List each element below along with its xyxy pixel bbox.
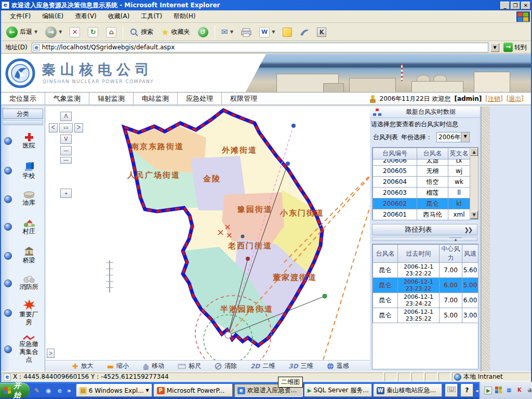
map-clear-button[interactable]: 清除 bbox=[215, 362, 237, 370]
restore-button[interactable]: ❐ bbox=[511, 2, 520, 9]
quick-launch-icon[interactable]: ◉ bbox=[44, 387, 52, 395]
company-logo bbox=[5, 58, 36, 88]
stop-button[interactable]: ✕ bbox=[66, 25, 83, 39]
table-scrollbar[interactable]: ▲ ▼ bbox=[470, 148, 478, 219]
table-row[interactable]: 200601西马伦xml bbox=[373, 209, 470, 220]
tab-weather[interactable]: 气象监测 bbox=[45, 92, 89, 105]
tab-radiation[interactable]: 辐射监测 bbox=[89, 92, 134, 105]
menu-view[interactable]: 查看(V) bbox=[69, 10, 102, 22]
forward-button[interactable]: → ▼ bbox=[42, 25, 65, 39]
menu-tools[interactable]: 工具(T) bbox=[135, 10, 168, 22]
street-label: 豫园街道 bbox=[237, 205, 273, 215]
search-button[interactable]: 搜索 bbox=[126, 25, 156, 39]
tray-sql-icon[interactable]: ▶ bbox=[484, 387, 492, 394]
kaspersky-button[interactable]: K bbox=[314, 25, 329, 39]
bullet-sphere-icon bbox=[4, 280, 12, 287]
table-row[interactable]: 200604悟空wk bbox=[373, 177, 470, 188]
close-button[interactable]: ✕ bbox=[521, 2, 530, 9]
pan-down-button[interactable]: ᐯ bbox=[60, 135, 72, 144]
task-sql-server[interactable]: ▶ SQL Server 服务... bbox=[304, 384, 372, 397]
pan-right-button[interactable]: ᐳ bbox=[74, 123, 83, 132]
mail-button[interactable]: ✉ ▼ bbox=[218, 25, 237, 39]
menu-edit[interactable]: 编辑(E) bbox=[36, 10, 69, 22]
task-windows-explorer-group[interactable]: ▤ 6 Windows Expl... ▼ bbox=[76, 384, 152, 397]
pan-center-button[interactable]: ▭ bbox=[59, 123, 73, 132]
back-button[interactable]: ← 后退 ▼ bbox=[3, 25, 41, 39]
tab-positioning[interactable]: 定位显示 bbox=[1, 92, 45, 105]
page-scrollbar[interactable] bbox=[481, 107, 490, 371]
tray-kaspersky-icon[interactable]: K bbox=[515, 387, 523, 394]
address-dropdown-button[interactable]: ▼ bbox=[490, 43, 499, 52]
exit-link[interactable]: [退出] bbox=[507, 95, 524, 103]
hidden-icons-chevron[interactable]: ◂ bbox=[476, 388, 478, 393]
scroll-down-icon[interactable]: ▼ bbox=[470, 211, 478, 219]
map-remote-sensing-button[interactable]: 遥感 bbox=[327, 362, 349, 370]
table-row[interactable]: 200603榴莲ll bbox=[373, 188, 470, 198]
map-canvas[interactable]: 南京东路街道 外滩街道 人民广场街道 金陵 豫园街道 小东门街道 老西门街道 董… bbox=[45, 107, 414, 371]
zoom-in-button[interactable]: ＋ bbox=[60, 189, 72, 198]
table-row-selected[interactable]: 200602昆仑kl bbox=[373, 198, 470, 209]
table-row[interactable]: 昆仑 2006-12-1 23:25:22 5.00 3.00 bbox=[373, 308, 478, 323]
sidebar-item-important-plant[interactable]: 重要厂房 bbox=[1, 296, 45, 329]
logout-link[interactable]: [注销] bbox=[485, 95, 502, 103]
tab-permissions[interactable]: 权限管理 bbox=[222, 92, 265, 105]
home-button[interactable]: ⌂ bbox=[103, 25, 119, 39]
tray-sphere-icon[interactable]: ◕ bbox=[526, 387, 532, 394]
menu-file[interactable]: 文件(F) bbox=[4, 10, 36, 22]
task-powerpoint[interactable]: P Microsoft PowerP... bbox=[154, 384, 233, 397]
sidebar-item-fire-station[interactable]: 消防所 bbox=[1, 270, 45, 296]
go-button[interactable]: → 转到 bbox=[501, 43, 529, 52]
scroll-up-icon[interactable]: ▲ bbox=[470, 148, 478, 156]
map-2d-button[interactable]: 2D二维 bbox=[250, 362, 275, 370]
plant-photo bbox=[245, 54, 531, 92]
menu-favorites[interactable]: 收藏(A) bbox=[102, 10, 136, 22]
quick-launch-icon[interactable]: ✎ bbox=[33, 387, 41, 395]
sidebar-item-school[interactable]: 学校 bbox=[1, 155, 45, 185]
table-row[interactable]: 200606 太虚 tx bbox=[373, 159, 470, 166]
sidebar-item-village[interactable]: 村庄 bbox=[1, 212, 45, 241]
splitter-grip[interactable]: ▲ bbox=[372, 237, 477, 241]
map-3d-button[interactable]: 3D三维 bbox=[288, 362, 313, 370]
expand-panel-button[interactable]: ᐳ bbox=[47, 349, 55, 358]
research-button[interactable] bbox=[297, 25, 312, 39]
sidebar-item-hospital[interactable]: 医院 bbox=[1, 126, 45, 155]
messenger-button[interactable] bbox=[280, 25, 295, 39]
sidebar-item-bridge[interactable]: 桥梁 bbox=[1, 241, 45, 270]
task-word-document[interactable]: W 秦山核电站应急... bbox=[374, 384, 442, 397]
path-list-header[interactable]: 路径列表 ❯❯ bbox=[372, 224, 477, 235]
map-zoom-out-button[interactable]: ▬缩小 bbox=[107, 362, 129, 370]
collapse-chevron-icon[interactable]: ❯❯ bbox=[464, 227, 472, 233]
print-button[interactable] bbox=[238, 25, 255, 39]
help-button[interactable]: ? bbox=[461, 384, 473, 397]
quick-launch-overflow-icon[interactable]: » bbox=[67, 387, 71, 394]
map-pan-button[interactable]: 移动 bbox=[142, 362, 164, 370]
ie-quick-launch-icon[interactable]: e bbox=[56, 387, 64, 395]
pan-up-button[interactable]: ᐱ bbox=[60, 112, 72, 121]
table-row-selected[interactable]: 昆仑 2006-12-1 23:23:22 6.00 5.00 bbox=[373, 278, 478, 293]
map-ruler-button[interactable]: 标尺 bbox=[178, 362, 201, 370]
tray-windows-icon[interactable] bbox=[495, 387, 502, 394]
tab-plant[interactable]: 电站监测 bbox=[134, 92, 178, 105]
favorites-button[interactable]: ★ 收藏夹 bbox=[158, 25, 193, 39]
sidebar-item-assembly-point[interactable]: 应急撤离集合点 bbox=[1, 329, 45, 369]
input-method-button[interactable] bbox=[445, 384, 458, 397]
table-row[interactable]: 200605无稽wj bbox=[373, 166, 470, 177]
refresh-button[interactable]: ↻ bbox=[85, 25, 101, 39]
year-select[interactable]: 2006年 ▼ bbox=[436, 132, 470, 142]
edit-word-button[interactable]: W ▼ bbox=[256, 25, 278, 39]
address-input[interactable]: e http://localhost/QSgridwebgis/default.… bbox=[32, 43, 488, 52]
table-row[interactable]: 昆仑 2006-12-1 23:24:22 7.00 6.00 bbox=[373, 293, 478, 308]
table-row[interactable]: 昆仑 2006-12-1 23:22:22 7.00 5.60 bbox=[373, 263, 478, 278]
combo-dropdown-icon[interactable]: ▼ bbox=[461, 132, 469, 142]
zoom-out-button[interactable]: — bbox=[60, 146, 72, 155]
history-button[interactable]: ↺ bbox=[195, 25, 211, 39]
zoom-slider-handle[interactable]: — bbox=[60, 157, 72, 164]
pan-left-button[interactable]: ᐸ bbox=[49, 123, 58, 132]
sidebar-item-oil-depot[interactable]: 油库 bbox=[1, 185, 45, 212]
start-button[interactable]: 开始 bbox=[0, 383, 30, 398]
menu-help[interactable]: 帮助(H) bbox=[168, 10, 201, 22]
map-zoom-in-button[interactable]: ✚放大 bbox=[72, 362, 94, 370]
minimize-button[interactable]: _ bbox=[500, 2, 510, 9]
tab-emergency[interactable]: 应急处理 bbox=[178, 92, 222, 105]
tray-grid-icon[interactable]: ▦ bbox=[505, 387, 513, 394]
